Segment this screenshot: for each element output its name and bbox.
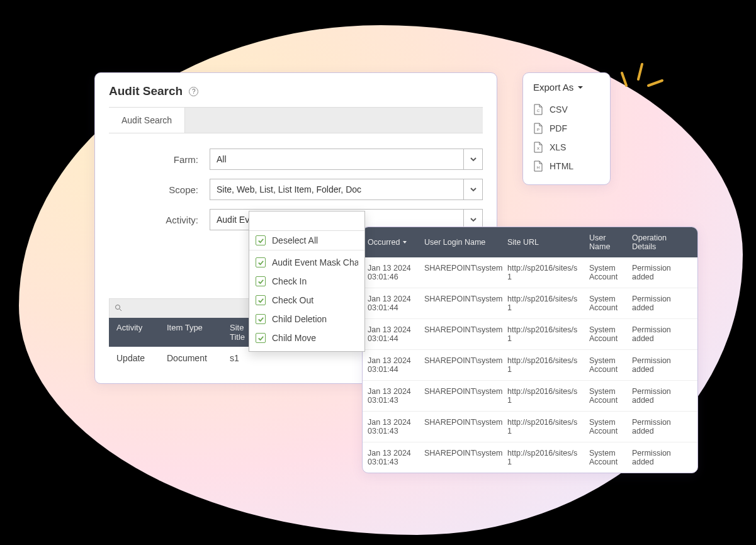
cell-user-name: System Account — [584, 288, 627, 318]
export-option-html[interactable]: HHTML — [533, 157, 600, 176]
col-activity[interactable]: Activity — [109, 318, 159, 347]
checkbox-checked-icon — [256, 314, 266, 324]
dropdown-search-input[interactable] — [254, 216, 359, 227]
help-icon[interactable]: ? — [189, 87, 198, 96]
activity-option[interactable]: Check Out — [249, 291, 364, 310]
search-icon — [115, 305, 122, 313]
results-row[interactable]: Jan 13 2024 03:01:44SHAREPOINT\systemhtt… — [363, 349, 697, 380]
col-user-login[interactable]: User Login Name — [419, 227, 502, 257]
deselect-all-option[interactable]: Deselect All — [249, 231, 364, 250]
svg-text:P: P — [537, 128, 539, 132]
cell-user-name: System Account — [584, 350, 627, 380]
activity-option[interactable]: Child Move — [249, 329, 364, 347]
col-operation[interactable]: Operation Details — [627, 227, 697, 257]
cell-operation: Permission added — [627, 257, 697, 288]
checkbox-checked-icon — [256, 257, 266, 267]
cell-site-url: http://sp2016/sites/s1 — [502, 381, 584, 411]
export-option-label: XLS — [550, 142, 566, 152]
col-occurred-label: Occurred — [368, 238, 400, 247]
export-as-button[interactable]: Export As — [533, 82, 600, 93]
cell-occurred: Jan 13 2024 03:01:43 — [363, 442, 419, 473]
cell-occurred: Jan 13 2024 03:01:44 — [363, 350, 419, 380]
tab-audit-search[interactable]: Audit Search — [109, 108, 185, 133]
activity-option-label: Audit Event Mask Changes — [272, 257, 358, 267]
cell-operation: Permission added — [627, 381, 697, 411]
svg-line-2 — [648, 81, 662, 86]
scope-label: Scope: — [109, 184, 210, 195]
cell-site-url: http://sp2016/sites/s1 — [502, 442, 584, 473]
cell-user-name: System Account — [584, 319, 627, 349]
activity-option[interactable]: Check In — [249, 272, 364, 291]
caret-down-icon — [577, 84, 584, 91]
export-option-pdf[interactable]: PPDF — [533, 119, 600, 138]
activity-option-label: Check Out — [272, 295, 313, 305]
cell-user-login: SHAREPOINT\system — [419, 319, 502, 349]
svg-text:X: X — [537, 147, 539, 150]
scope-select[interactable]: Site, Web, List, List Item, Folder, Doc — [210, 179, 483, 200]
cell-user-login: SHAREPOINT\system — [419, 350, 502, 380]
results-row[interactable]: Jan 13 2024 03:01:43SHAREPOINT\systemhtt… — [363, 411, 697, 442]
activity-option-label: Child Deletion — [272, 314, 327, 324]
file-icon: H — [533, 160, 543, 172]
deselect-all-label: Deselect All — [272, 235, 318, 245]
svg-text:H: H — [537, 166, 539, 169]
chevron-down-icon — [463, 179, 482, 199]
dropdown-search[interactable] — [249, 211, 364, 231]
cell-site-url: http://sp2016/sites/s1 — [502, 319, 584, 349]
cell-site-url: http://sp2016/sites/s1 — [502, 350, 584, 380]
file-icon: P — [533, 123, 543, 134]
checkbox-checked-icon — [256, 333, 266, 343]
checkbox-checked-icon — [256, 235, 266, 245]
activity-option-label: Check In — [272, 276, 307, 286]
cell-operation: Permission added — [627, 412, 697, 442]
cell-operation: Permission added — [627, 288, 697, 318]
cell-occurred: Jan 13 2024 03:01:46 — [363, 257, 419, 288]
export-option-csv[interactable]: CCSV — [533, 100, 600, 119]
col-user-name[interactable]: User Name — [584, 227, 627, 257]
cell-operation: Permission added — [627, 350, 697, 380]
cell-activity: Update — [109, 347, 159, 369]
cell-user-login: SHAREPOINT\system — [419, 442, 502, 473]
activity-dropdown: Deselect All Audit Event Mask ChangesChe… — [249, 211, 365, 352]
activity-option-label: Child Move — [272, 333, 316, 343]
scope-value: Site, Web, List, List Item, Folder, Doc — [210, 184, 463, 194]
checkbox-checked-icon — [256, 295, 266, 305]
col-item-type[interactable]: Item Type — [159, 318, 222, 347]
results-header: Occurred User Login Name Site URL User N… — [363, 227, 697, 257]
farm-select[interactable]: All — [210, 149, 483, 170]
export-option-xls[interactable]: XXLS — [533, 138, 600, 157]
results-row[interactable]: Jan 13 2024 03:01:44SHAREPOINT\systemhtt… — [363, 288, 697, 318]
page-title: Audit Search — [109, 84, 183, 98]
results-card: Occurred User Login Name Site URL User N… — [362, 227, 698, 473]
cell-user-login: SHAREPOINT\system — [419, 381, 502, 411]
export-card: Export As CCSVPPDFXXLSHHTML — [522, 72, 611, 185]
cell-site-url: http://sp2016/sites/s1 — [502, 412, 584, 442]
results-row[interactable]: Jan 13 2024 03:01:44SHAREPOINT\systemhtt… — [363, 318, 697, 349]
results-row[interactable]: Jan 13 2024 03:01:43SHAREPOINT\systemhtt… — [363, 442, 697, 473]
cell-user-login: SHAREPOINT\system — [419, 288, 502, 318]
cell-user-name: System Account — [584, 412, 627, 442]
farm-label: Farm: — [109, 154, 210, 165]
activity-option[interactable]: Child Deletion — [249, 310, 364, 329]
results-row[interactable]: Jan 13 2024 03:01:46SHAREPOINT\systemhtt… — [363, 257, 697, 288]
col-site-url[interactable]: Site URL — [502, 227, 584, 257]
export-as-label: Export As — [533, 82, 573, 93]
activity-option[interactable]: Audit Event Mask Changes — [249, 253, 364, 272]
svg-line-0 — [622, 73, 626, 86]
results-row[interactable]: Jan 13 2024 03:01:43SHAREPOINT\systemhtt… — [363, 380, 697, 411]
svg-text:C: C — [537, 109, 540, 113]
results-body: Jan 13 2024 03:01:46SHAREPOINT\systemhtt… — [363, 257, 697, 473]
cell-operation: Permission added — [627, 319, 697, 349]
svg-point-3 — [116, 305, 120, 310]
tab-row: Audit Search — [109, 107, 483, 133]
svg-line-4 — [120, 309, 121, 311]
col-occurred[interactable]: Occurred — [363, 227, 419, 257]
sort-desc-icon — [402, 240, 407, 245]
cell-occurred: Jan 13 2024 03:01:43 — [363, 381, 419, 411]
cell-site-url: http://sp2016/sites/s1 — [502, 257, 584, 288]
cell-user-login: SHAREPOINT\system — [419, 412, 502, 442]
export-option-label: PDF — [550, 123, 567, 133]
cell-occurred: Jan 13 2024 03:01:44 — [363, 288, 419, 318]
chevron-down-icon — [463, 149, 482, 169]
cell-user-name: System Account — [584, 442, 627, 473]
